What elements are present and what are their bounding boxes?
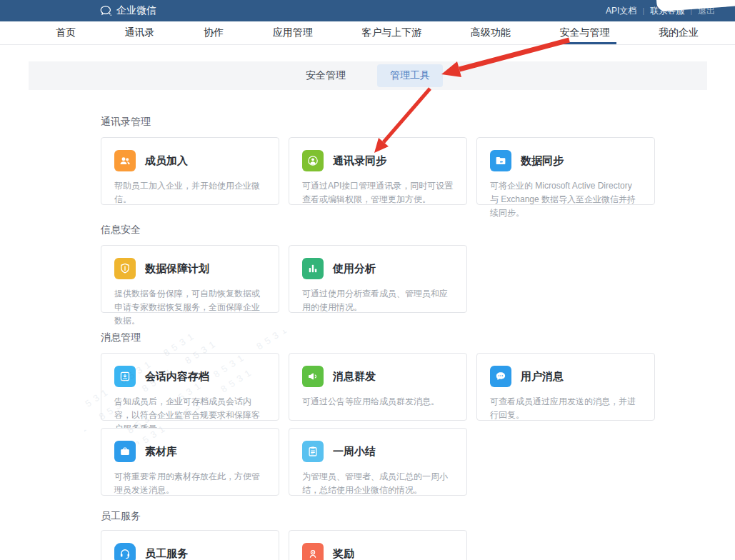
- card-data-protection[interactable]: 数据保障计划 提供数据备份保障，可自助恢复数据或申请专家数据恢复服务，全面保障企…: [101, 245, 279, 313]
- card-weekly-summary[interactable]: 一周小结 为管理员、管理者、成员汇总的一周小结，总结使用企业微信的情况。: [289, 428, 467, 496]
- card-chat-archive[interactable]: 会话内容存档 告知成员后，企业可存档成员会话内容，以符合企业监管合规要求和保障客…: [101, 353, 279, 421]
- card-desc: 提供数据备份保障，可自助恢复数据或申请专家数据恢复服务，全面保障企业数据。: [114, 287, 266, 329]
- card-reward[interactable]: 奖励: [289, 530, 467, 560]
- reward-icon: [302, 543, 324, 560]
- card-desc: 可将企业的 Microsoft Active Directory 与 Excha…: [490, 179, 641, 221]
- tools-grid: 通讯录管理 成员加入 帮助员工加入企业，并开始使用企业微信。: [0, 90, 657, 560]
- chat-archive-icon: [114, 366, 136, 387]
- section-information-security: 信息安全 数据保障计划 提供数据备份保障，可自助恢复数据或申请专家数据恢复服务，…: [101, 224, 657, 313]
- card-data-sync[interactable]: 数据同步 可将企业的 Microsoft Active Directory 与 …: [476, 137, 655, 205]
- tab-management-tools[interactable]: 管理工具: [377, 64, 443, 87]
- api-doc-link[interactable]: API文档: [606, 5, 636, 17]
- card-desc: 帮助员工加入企业，并开始使用企业微信。: [114, 179, 266, 206]
- material-library-icon: [114, 441, 136, 462]
- card-usage-analysis[interactable]: 使用分析 可通过使用分析查看成员、管理员和应用的使用情况。: [289, 245, 467, 313]
- card-title: 数据同步: [521, 154, 564, 168]
- nav-item-advanced[interactable]: 高级功能: [466, 21, 515, 44]
- section-title: 通讯录管理: [101, 116, 657, 129]
- sub-tab-strip: 安全管理 管理工具: [29, 61, 707, 90]
- data-sync-icon: [490, 150, 511, 171]
- card-members-join[interactable]: 成员加入 帮助员工加入企业，并开始使用企业微信。: [101, 137, 279, 205]
- tab-security-management[interactable]: 安全管理: [293, 64, 359, 87]
- section-contacts-management: 通讯录管理 成员加入 帮助员工加入企业，并开始使用企业微信。: [101, 116, 657, 205]
- card-desc: 可通过公告等应用给成员群发消息。: [302, 395, 454, 409]
- nav-item-security-management[interactable]: 安全与管理: [555, 21, 614, 44]
- weekly-summary-icon: [302, 441, 324, 462]
- usage-analysis-icon: [302, 258, 324, 279]
- section-title: 员工服务: [101, 510, 657, 523]
- main-nav: 首页 通讯录 协作 应用管理 客户与上下游 高级功能 安全与管理 我的企业: [0, 21, 735, 45]
- card-title: 素材库: [145, 445, 177, 459]
- card-desc: 可将重要常用的素材存放在此，方便管理员发送消息。: [114, 470, 266, 497]
- section-title: 消息管理: [101, 331, 657, 344]
- card-desc: 可通过API接口管理通讯录，同时可设置查看或编辑权限，管理更加方便。: [302, 179, 454, 206]
- section-message-management: 消息管理 会话内容存档 告知成员后，企业可存档成员会话内容，以符合企业监管合规要…: [101, 331, 657, 496]
- members-join-icon: [114, 150, 136, 171]
- nav-item-my-company[interactable]: 我的企业: [654, 21, 703, 44]
- section-employee-services: 员工服务 员工服务: [101, 510, 657, 560]
- employee-service-icon: [114, 543, 136, 560]
- nav-item-home[interactable]: 首页: [51, 21, 80, 44]
- card-title: 用户消息: [521, 370, 564, 384]
- wecom-logo-icon: [100, 6, 112, 16]
- section-title: 信息安全: [101, 224, 657, 236]
- card-message-broadcast[interactable]: 消息群发 可通过公告等应用给成员群发消息。: [289, 353, 467, 421]
- card-title: 一周小结: [333, 445, 376, 459]
- card-desc: 为管理员、管理者、成员汇总的一周小结，总结使用企业微信的情况。: [302, 470, 454, 497]
- card-title: 数据保障计划: [145, 262, 209, 276]
- nav-item-collaboration[interactable]: 协作: [199, 21, 228, 44]
- brand[interactable]: 企业微信: [100, 4, 156, 17]
- card-desc: 可查看成员通过应用发送的消息，并进行回复。: [490, 395, 641, 422]
- card-title: 通讯录同步: [333, 154, 386, 168]
- card-desc: 可通过使用分析查看成员、管理员和应用的使用情况。: [302, 287, 454, 314]
- card-contacts-sync[interactable]: 通讯录同步 可通过API接口管理通讯录，同时可设置查看或编辑权限，管理更加方便。: [289, 137, 467, 205]
- contacts-sync-icon: [302, 150, 324, 171]
- card-material-library[interactable]: 素材库 可将重要常用的素材存放在此，方便管理员发送消息。: [101, 428, 279, 496]
- card-title: 员工服务: [145, 547, 188, 560]
- card-user-message[interactable]: 用户消息 可查看成员通过应用发送的消息，并进行回复。: [476, 353, 655, 421]
- nav-item-app-management[interactable]: 应用管理: [269, 21, 317, 44]
- user-message-icon: [490, 366, 511, 387]
- card-title: 使用分析: [333, 262, 376, 276]
- brand-name: 企业微信: [116, 4, 156, 17]
- nav-item-contacts[interactable]: 通讯录: [121, 21, 159, 44]
- top-bar: 企业微信 API文档 | 联系客服 | 退出: [0, 0, 735, 21]
- data-protection-icon: [114, 258, 136, 279]
- card-title: 奖励: [333, 547, 354, 560]
- nav-item-customers[interactable]: 客户与上下游: [357, 21, 426, 44]
- separator: |: [642, 6, 644, 15]
- card-title: 会话内容存档: [145, 370, 209, 384]
- message-broadcast-icon: [302, 366, 324, 387]
- card-title: 消息群发: [333, 370, 376, 384]
- card-employee-service[interactable]: 员工服务: [101, 530, 279, 560]
- card-title: 成员加入: [145, 154, 188, 168]
